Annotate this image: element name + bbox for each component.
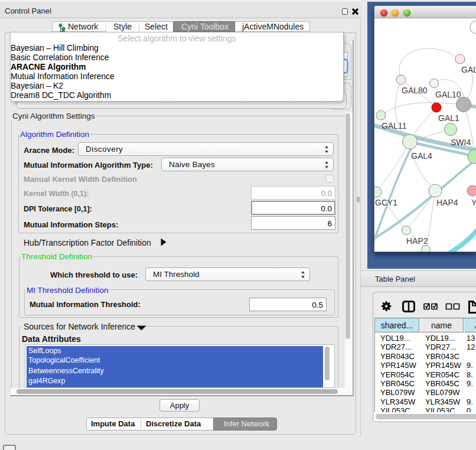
svg-text:GCY1: GCY1: [375, 198, 397, 207]
svg-text:GAL4: GAL4: [411, 151, 432, 161]
svg-text:Y: Y: [471, 198, 476, 207]
svg-text:GAL80: GAL80: [402, 86, 428, 95]
svg-text:GAL: GAL: [461, 65, 476, 74]
svg-text:HAP4: HAP4: [436, 198, 458, 207]
svg-text:GAL11: GAL11: [382, 121, 407, 131]
svg-text:HAP2: HAP2: [406, 236, 428, 246]
svg-text:SWI4: SWI4: [451, 138, 471, 147]
svg-text:GAL1: GAL1: [438, 113, 459, 123]
svg-text:GAL10: GAL10: [435, 90, 461, 99]
